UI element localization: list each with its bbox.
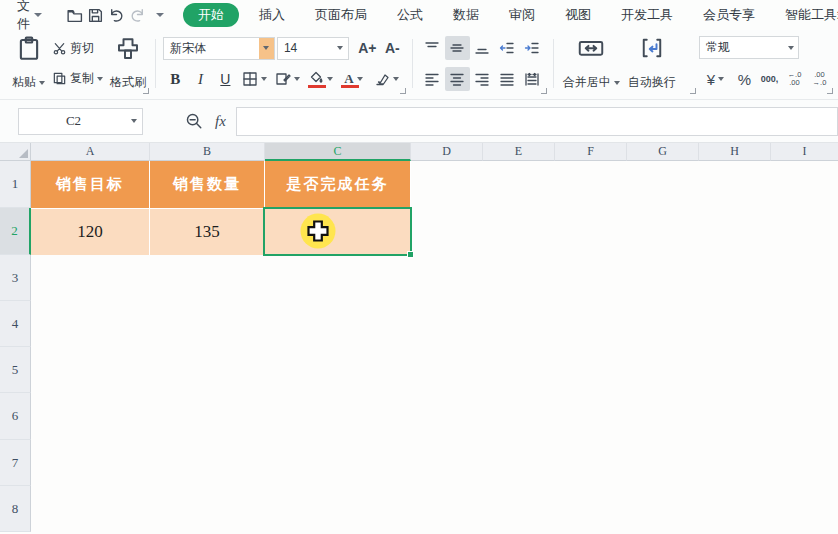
tab-smart-toolbox[interactable]: 智能工具箱	[775, 3, 838, 27]
save-button[interactable]	[87, 4, 104, 26]
justify-button[interactable]	[495, 67, 520, 91]
fill-handle[interactable]	[407, 251, 414, 258]
row-header-3[interactable]: 3	[0, 255, 31, 301]
font-name-dropdown-icon[interactable]	[259, 38, 274, 59]
insert-function-button[interactable]: fx	[215, 113, 226, 130]
tab-page-layout[interactable]: 页面布局	[305, 3, 377, 27]
scissors-icon	[52, 41, 67, 56]
italic-button[interactable]: I	[188, 67, 213, 91]
tab-member[interactable]: 会员专享	[693, 3, 765, 27]
chevron-down-icon[interactable]	[34, 13, 42, 17]
row-header-8[interactable]: 8	[0, 486, 31, 532]
column-header-g[interactable]: G	[627, 143, 699, 161]
borders-button[interactable]	[238, 67, 271, 91]
number-dialog-launcher[interactable]	[827, 88, 833, 94]
selected-cell-c2[interactable]	[263, 207, 412, 256]
cut-label: 剪切	[70, 40, 94, 57]
wrap-text-icon	[639, 36, 665, 60]
row-header-7[interactable]: 7	[0, 440, 31, 486]
row-header-4[interactable]: 4	[0, 301, 31, 347]
decrease-decimal-icon: .00→.0	[813, 71, 827, 87]
fill-color-button[interactable]	[304, 67, 337, 91]
font-size-select[interactable]: 14	[277, 37, 349, 60]
ribbon-toolbar: 粘贴 剪切 复制 格式刷 新宋体 14	[0, 30, 838, 100]
tab-view[interactable]: 视图	[555, 3, 601, 27]
decrease-indent-button[interactable]	[495, 36, 520, 60]
redo-button[interactable]	[129, 4, 146, 26]
paste-dropdown-icon[interactable]	[39, 81, 45, 85]
percent-format-button[interactable]: %	[732, 67, 757, 91]
format-painter-button[interactable]: 格式刷	[106, 33, 150, 94]
decrease-font-button[interactable]: A-	[380, 36, 405, 60]
font-name-select[interactable]: 新宋体	[163, 37, 275, 60]
tab-formulas[interactable]: 公式	[387, 3, 433, 27]
eraser-button[interactable]	[370, 67, 403, 91]
name-box-dropdown-icon[interactable]	[131, 119, 137, 123]
undo-button[interactable]	[108, 4, 125, 26]
tab-developer[interactable]: 开发工具	[611, 3, 683, 27]
row-header-1[interactable]: 1	[0, 161, 31, 208]
magnifier-icon[interactable]	[185, 112, 203, 130]
merge-dropdown-icon[interactable]	[614, 81, 620, 85]
customize-toolbar-chevron-icon[interactable]	[156, 13, 164, 17]
file-menu[interactable]: 文件	[17, 0, 30, 33]
font-color-button[interactable]: A	[337, 67, 370, 91]
name-box[interactable]: C2	[18, 108, 143, 135]
align-top-icon	[424, 40, 440, 56]
increase-indent-button[interactable]	[520, 36, 545, 60]
row-header-5[interactable]: 5	[0, 347, 31, 393]
row-header-2[interactable]: 2	[0, 208, 31, 255]
column-header-a[interactable]: A	[31, 143, 150, 161]
tab-insert[interactable]: 插入	[249, 3, 295, 27]
merge-dialog-launcher[interactable]	[690, 88, 696, 94]
align-center-button[interactable]	[445, 67, 470, 91]
tab-data[interactable]: 数据	[443, 3, 489, 27]
cell-b2[interactable]: 135	[150, 208, 265, 255]
underline-button[interactable]: U	[213, 67, 238, 91]
formula-input[interactable]	[236, 107, 838, 136]
cell-c1[interactable]: 是否完成任务	[265, 161, 411, 208]
copy-dropdown-icon[interactable]	[97, 77, 103, 81]
font-size-dropdown-icon[interactable]	[333, 38, 348, 59]
column-header-e[interactable]: E	[483, 143, 555, 161]
cut-button[interactable]: 剪切	[49, 38, 106, 59]
column-header-f[interactable]: F	[555, 143, 627, 161]
brush-icon	[116, 36, 140, 62]
cell-a1[interactable]: 销售目标	[31, 161, 150, 208]
column-header-d[interactable]: D	[411, 143, 483, 161]
number-format-dropdown-icon[interactable]	[783, 37, 798, 58]
save-icon	[87, 7, 104, 24]
column-header-i[interactable]: I	[771, 143, 838, 161]
column-header-c[interactable]: C	[265, 143, 411, 161]
font-dialog-launcher[interactable]	[400, 88, 406, 94]
clipboard-icon	[16, 36, 42, 62]
row-header-6[interactable]: 6	[0, 393, 31, 440]
paste-label: 粘贴	[12, 74, 36, 91]
tab-home[interactable]: 开始	[183, 3, 239, 27]
tab-review[interactable]: 审阅	[499, 3, 545, 27]
bold-button[interactable]: B	[163, 67, 188, 91]
select-all-corner[interactable]	[0, 143, 31, 161]
currency-format-button[interactable]: ¥	[699, 67, 732, 91]
paste-button[interactable]: 粘贴	[8, 33, 49, 94]
align-bottom-button[interactable]	[470, 36, 495, 60]
increase-font-button[interactable]: A+	[355, 36, 380, 60]
open-file-button[interactable]	[66, 4, 83, 26]
copy-button[interactable]: 复制	[49, 68, 106, 89]
number-format-select[interactable]: 常规	[699, 36, 799, 59]
align-middle-button[interactable]	[445, 36, 470, 60]
draw-border-button[interactable]	[271, 67, 304, 91]
cell-a2[interactable]: 120	[31, 208, 150, 255]
clipboard-dialog-launcher[interactable]	[143, 88, 149, 94]
wrap-text-button[interactable]: 自动换行	[624, 33, 680, 94]
column-header-h[interactable]: H	[699, 143, 771, 161]
column-header-b[interactable]: B	[150, 143, 265, 161]
alignment-dialog-launcher[interactable]	[541, 88, 547, 94]
align-top-button[interactable]	[420, 36, 445, 60]
cell-b1[interactable]: 销售数量	[150, 161, 265, 208]
increase-decimal-button[interactable]: ←.0.00	[782, 67, 807, 91]
merge-center-button[interactable]: 合并居中	[559, 33, 624, 94]
align-right-button[interactable]	[470, 67, 495, 91]
align-left-button[interactable]	[420, 67, 445, 91]
thousands-format-button[interactable]: 000,	[757, 67, 782, 91]
